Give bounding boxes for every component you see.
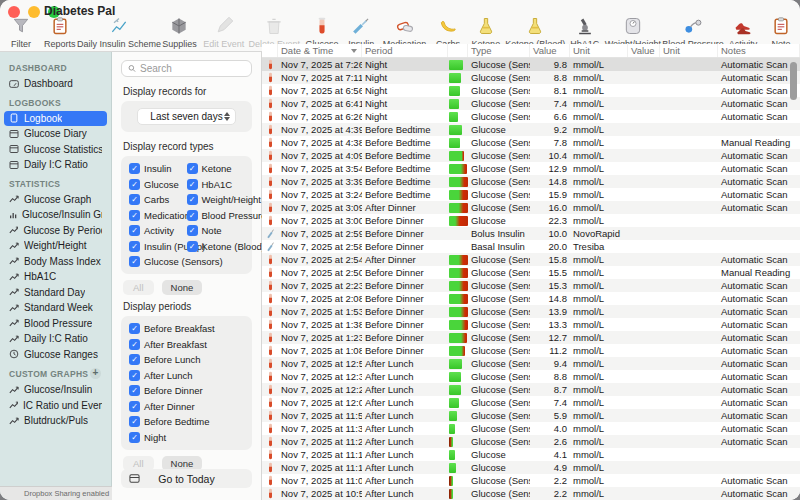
table-row[interactable]: Nov 7, 2025 at 4:39 PMBefore BedtimeGluc… bbox=[262, 123, 800, 136]
column-header-period[interactable]: Period bbox=[362, 44, 448, 57]
checkbox-insulin[interactable]: ✓Insulin bbox=[129, 163, 187, 174]
records-for-select[interactable]: Last seven days bbox=[137, 108, 236, 125]
table-row[interactable]: Nov 7, 2025 at 2:23 PMBefore DinnerGluco… bbox=[262, 279, 800, 292]
checkbox-note[interactable]: ✓Note bbox=[187, 225, 245, 236]
column-header-date-time[interactable]: Date & Time bbox=[278, 44, 362, 57]
table-row[interactable]: Nov 7, 2025 at 1:23 PMBefore DinnerGluco… bbox=[262, 331, 800, 344]
table-row[interactable]: Nov 7, 2025 at 12:08 PMAfter LunchGlucos… bbox=[262, 396, 800, 409]
table-row[interactable]: Nov 7, 2025 at 3:00 PMBefore DinnerGluco… bbox=[262, 214, 800, 227]
column-header-type[interactable]: Type bbox=[468, 44, 530, 57]
table-row[interactable]: Nov 7, 2025 at 12:23 PMAfter LunchGlucos… bbox=[262, 383, 800, 396]
toolbar-reports-button[interactable]: Reports bbox=[40, 15, 80, 49]
toolbar-filter-button[interactable]: Filter bbox=[2, 15, 40, 49]
checkbox-medication[interactable]: ✓Medication bbox=[129, 210, 187, 221]
go-to-today-button[interactable]: Go to Today bbox=[121, 469, 252, 488]
table-row[interactable]: Nov 7, 2025 at 3:39 PMBefore BedtimeGluc… bbox=[262, 175, 800, 188]
table-row[interactable]: Nov 7, 2025 at 1:53 PMBefore DinnerGluco… bbox=[262, 305, 800, 318]
table-row[interactable]: Nov 7, 2025 at 6:41 PMNightGlucose (Sens… bbox=[262, 97, 800, 110]
checkbox-glucose[interactable]: ✓Glucose bbox=[129, 179, 187, 190]
sidebar-item-glucose-by-period[interactable]: Glucose By Period bbox=[4, 223, 107, 239]
sidebar-item-standard-week[interactable]: Standard Week bbox=[4, 300, 107, 316]
checkbox-before-lunch[interactable]: ✓Before Lunch bbox=[129, 354, 244, 365]
vertical-scrollbar[interactable] bbox=[790, 62, 797, 100]
checkbox-before-breakfast[interactable]: ✓Before Breakfast bbox=[129, 323, 244, 334]
cell-period: Before Bedtime bbox=[362, 188, 448, 201]
glucose-level-bar bbox=[449, 281, 468, 291]
table-row[interactable]: Nov 7, 2025 at 7:26 PMNightGlucose (Sens… bbox=[262, 58, 800, 71]
checkbox-after-lunch[interactable]: ✓After Lunch bbox=[129, 370, 244, 381]
types-none-button[interactable]: None bbox=[162, 280, 203, 295]
table-row[interactable]: Nov 7, 2025 at 2:54 PMAfter DinnerGlucos… bbox=[262, 253, 800, 266]
table-row[interactable]: Nov 7, 2025 at 6:26 PMNightGlucose (Sens… bbox=[262, 110, 800, 123]
table-row[interactable]: Nov 7, 2025 at 3:54 PMBefore BedtimeGluc… bbox=[262, 162, 800, 175]
column-header-unit[interactable]: Unit bbox=[570, 44, 628, 57]
sidebar-item-hba1c[interactable]: HbA1C bbox=[4, 269, 107, 285]
column-header-notes[interactable]: Notes bbox=[718, 44, 800, 57]
sidebar-item-glucose-insulin-graph[interactable]: Glucose/Insulin Graph bbox=[4, 207, 107, 223]
table-row[interactable]: Nov 7, 2025 at 6:56 PMNightGlucose (Sens… bbox=[262, 84, 800, 97]
sidebar-item-glucose-graph[interactable]: Glucose Graph bbox=[4, 192, 107, 208]
table-row[interactable]: Nov 7, 2025 at 3:09 PMAfter DinnerGlucos… bbox=[262, 201, 800, 214]
types-all-button[interactable]: All bbox=[123, 280, 154, 295]
sidebar-item-body-mass-index[interactable]: Body Mass Index bbox=[4, 254, 107, 270]
add-custom-graph-button[interactable]: + bbox=[90, 368, 101, 379]
sidebar-item-blood-pressure[interactable]: Blood Pressure bbox=[4, 316, 107, 332]
checkbox-after-dinner[interactable]: ✓After Dinner bbox=[129, 401, 244, 412]
column-header-unit[interactable]: Unit bbox=[660, 44, 718, 57]
cell-bar bbox=[448, 279, 468, 292]
checkbox-before-dinner[interactable]: ✓Before Dinner bbox=[129, 385, 244, 396]
sidebar-item-glucose-ranges[interactable]: Glucose Ranges bbox=[4, 347, 107, 363]
table-row[interactable]: Nov 7, 2025 at 4:38 PMBefore BedtimeGluc… bbox=[262, 136, 800, 149]
table-row[interactable]: Nov 7, 2025 at 4:09 PMBefore BedtimeGluc… bbox=[262, 149, 800, 162]
table-row[interactable]: Nov 7, 2025 at 7:11 PMNightGlucose (Sens… bbox=[262, 71, 800, 84]
table-row[interactable]: Nov 7, 2025 at 2:58 PMBefore DinnerBasal… bbox=[262, 240, 800, 253]
table-row[interactable]: Nov 7, 2025 at 11:14 AMAfter LunchGlucos… bbox=[262, 461, 800, 474]
sidebar-item-weight-height[interactable]: Weight/Height bbox=[4, 238, 107, 254]
column-header-value[interactable]: Value bbox=[530, 44, 570, 57]
toolbar-insulin-scheme-button[interactable]: Daily Insulin Scheme bbox=[80, 15, 159, 49]
table-row[interactable]: Nov 7, 2025 at 11:15 AMAfter LunchGlucos… bbox=[262, 448, 800, 461]
checkbox-glucose-sensors-[interactable]: ✓Glucose (Sensors) bbox=[129, 256, 187, 267]
sidebar-item-glucose-statistics[interactable]: Glucose Statistics bbox=[4, 142, 107, 158]
checkbox-insulin-pump-[interactable]: ✓Insulin (Pump) bbox=[129, 241, 187, 252]
sidebar-item-blutdruck-puls[interactable]: Blutdruck/Puls bbox=[4, 413, 107, 429]
table-row[interactable]: Nov 7, 2025 at 12:53 PMAfter LunchGlucos… bbox=[262, 357, 800, 370]
table-row[interactable]: Nov 7, 2025 at 2:59 PMBefore DinnerBolus… bbox=[262, 227, 800, 240]
search-field[interactable] bbox=[121, 60, 252, 77]
checkbox-weight-height[interactable]: ✓Weight/Height bbox=[187, 194, 245, 205]
glucose-row-icon bbox=[262, 84, 278, 97]
table-row[interactable]: Nov 7, 2025 at 2:50 PMBefore DinnerGluco… bbox=[262, 266, 800, 279]
table-row[interactable]: Nov 7, 2025 at 11:38 AMAfter LunchGlucos… bbox=[262, 422, 800, 435]
table-row[interactable]: Nov 7, 2025 at 11:08 AMAfter LunchGlucos… bbox=[262, 474, 800, 487]
checkbox-ketone-blood-[interactable]: ✓Ketone (Blood) bbox=[187, 241, 245, 252]
table-row[interactable]: Nov 7, 2025 at 2:08 PMBefore DinnerGluco… bbox=[262, 292, 800, 305]
checkbox-after-breakfast[interactable]: ✓After Breakfast bbox=[129, 339, 244, 350]
column-header-value[interactable]: Value bbox=[628, 44, 660, 57]
toolbar-supplies-button[interactable]: Supplies bbox=[158, 15, 200, 49]
checkbox-carbs[interactable]: ✓Carbs bbox=[129, 194, 187, 205]
table-row[interactable]: Nov 7, 2025 at 1:38 PMBefore DinnerGluco… bbox=[262, 318, 800, 331]
sidebar-item-daily-i-c-ratio[interactable]: Daily I:C Ratio bbox=[4, 331, 107, 347]
sidebar-item-logbook[interactable]: Logbook bbox=[4, 111, 107, 127]
table-row[interactable]: Nov 7, 2025 at 11:53 AMAfter LunchGlucos… bbox=[262, 409, 800, 422]
table-row[interactable]: Nov 7, 2025 at 1:08 PMBefore DinnerGluco… bbox=[262, 344, 800, 357]
cell-value2 bbox=[628, 240, 660, 253]
table-row[interactable]: Nov 7, 2025 at 3:24 PMBefore BedtimeGluc… bbox=[262, 188, 800, 201]
search-input[interactable] bbox=[140, 63, 245, 74]
table-row[interactable]: Nov 7, 2025 at 10:53 AMAfter LunchGlucos… bbox=[262, 487, 800, 500]
sidebar-item-standard-day[interactable]: Standard Day bbox=[4, 285, 107, 301]
stepper-icon bbox=[224, 112, 230, 121]
sidebar-item-ic-ratio-und-events[interactable]: IC Ratio und Events bbox=[4, 398, 107, 414]
table-row[interactable]: Nov 7, 2025 at 11:23 AMAfter LunchGlucos… bbox=[262, 435, 800, 448]
sidebar-item-dashboard[interactable]: Dashboard bbox=[4, 76, 107, 92]
checkbox-hba1c[interactable]: ✓HbA1C bbox=[187, 179, 245, 190]
sidebar-item-glucose-insulin[interactable]: Glucose/Insulin bbox=[4, 382, 107, 398]
sidebar-item-glucose-diary[interactable]: Glucose Diary bbox=[4, 126, 107, 142]
sidebar-item-daily-i-c-ratio[interactable]: Daily I:C Ratio bbox=[4, 157, 107, 173]
checkbox-night[interactable]: ✓Night bbox=[129, 432, 244, 443]
checkbox-ketone[interactable]: ✓Ketone bbox=[187, 163, 245, 174]
checkbox-activity[interactable]: ✓Activity bbox=[129, 225, 187, 236]
checkbox-before-bedtime[interactable]: ✓Before Bedtime bbox=[129, 416, 244, 427]
table-row[interactable]: Nov 7, 2025 at 12:38 PMAfter LunchGlucos… bbox=[262, 370, 800, 383]
checkbox-blood-pressure[interactable]: ✓Blood Pressure bbox=[187, 210, 245, 221]
